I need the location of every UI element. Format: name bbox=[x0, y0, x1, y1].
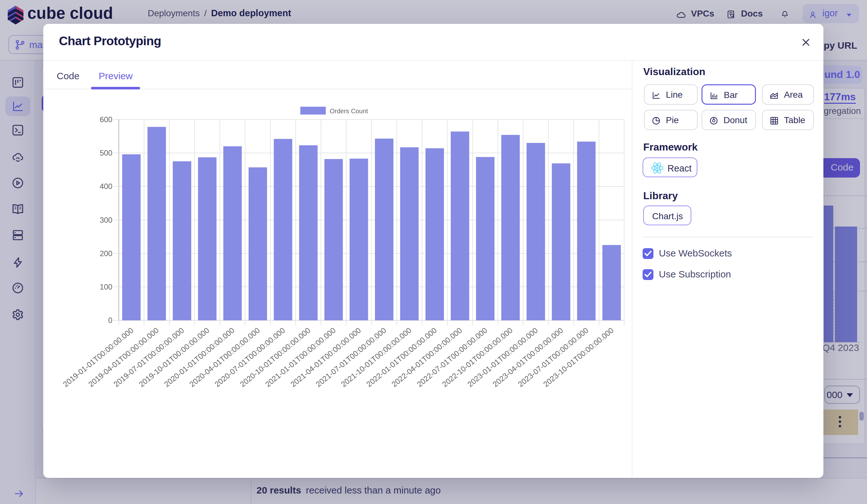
svg-text:Orders Count: Orders Count bbox=[330, 108, 368, 115]
svg-text:200: 200 bbox=[100, 249, 113, 258]
svg-text:400: 400 bbox=[100, 182, 113, 191]
svg-text:500: 500 bbox=[100, 149, 113, 157]
svg-text:100: 100 bbox=[100, 282, 113, 291]
svg-text:300: 300 bbox=[100, 216, 113, 224]
svg-text:0: 0 bbox=[108, 316, 113, 324]
svg-text:600: 600 bbox=[100, 115, 113, 124]
